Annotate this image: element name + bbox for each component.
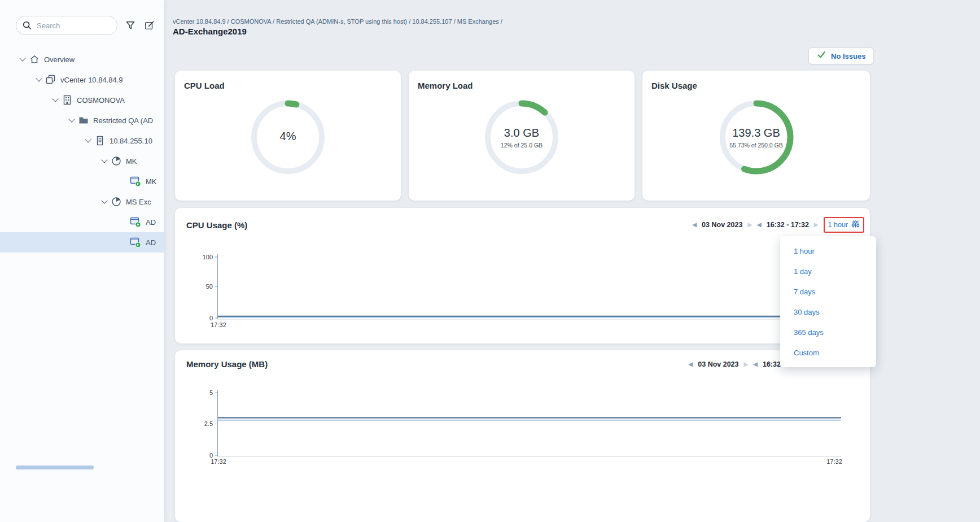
gauge-subtitle: 12% of 25.0 GB [488,142,555,149]
filter-button[interactable] [122,18,139,35]
interval-select[interactable]: 1 hour [828,220,860,230]
status-label: No Issues [831,52,865,60]
sidebar-toolbar [0,16,164,37]
menu-item-1-day[interactable]: 1 day [780,261,876,281]
breadcrumb[interactable]: vCenter 10.84.84.9 / COSMONOVA / Restric… [173,18,502,25]
compose-button[interactable] [141,18,158,35]
sidebar-item-ad-vm-2-selected[interactable]: AD [0,232,164,253]
tree-item-label: AD [146,218,156,227]
chevron-down-icon[interactable] [101,197,107,203]
vm-icon [130,176,141,187]
sidebar-item-restricted-qa[interactable]: Restricted QA (AD [0,110,164,130]
sidebar: Overview vCenter 10.84.84.9 COSMONOVA [0,0,164,522]
disk-usage-card: Disk Usage 139.3 GB 55.73% of 250.0 GB [642,71,870,201]
search-box[interactable] [16,16,117,35]
search-icon [22,20,32,31]
cpu-usage-panel: CPU Usage (%) ◀ 03 Nov 2023 ▶ ◀ 16:32 - … [175,208,870,343]
interval-label: 1 hour [828,221,848,229]
sidebar-item-host[interactable]: 10.84.255.10 [0,130,164,151]
app-window: Overview vCenter 10.84.84.9 COSMONOVA [0,0,980,522]
menu-item-7-days[interactable]: 7 days [780,281,876,302]
resource-pool-icon [111,156,121,166]
svg-text:17:32: 17:32 [826,458,842,465]
date-label: 03 Nov 2023 [698,360,738,368]
search-input[interactable] [37,21,136,30]
next-range-icon[interactable]: ▶ [814,222,819,228]
panel-title: Memory Usage (MB) [186,359,268,369]
svg-text:5: 5 [209,389,213,396]
gauge-value: 139.3 GB [723,127,790,140]
sidebar-horizontal-scrollbar[interactable] [16,466,94,469]
menu-item-365-days[interactable]: 365 days [780,322,876,342]
resource-pool-icon [111,197,121,207]
page-title: AD-Exchange2019 [173,27,247,36]
card-title: CPU Load [184,81,225,90]
prev-day-icon[interactable]: ◀ [692,222,697,228]
cpu-panel-header: CPU Usage (%) ◀ 03 Nov 2023 ▶ ◀ 16:32 - … [175,208,870,233]
sliders-icon [851,220,860,230]
svg-text:50: 50 [206,283,213,290]
edit-icon [145,20,155,33]
chevron-down-icon[interactable] [101,156,107,163]
chevron-down-icon[interactable] [36,75,42,81]
tree-item-label: Overview [44,55,75,64]
sidebar-item-overview[interactable]: Overview [0,49,164,69]
card-title: Memory Load [418,81,473,90]
chevron-down-icon[interactable] [68,116,75,122]
sidebar-item-mk-group[interactable]: MK [0,151,164,171]
date-label: 03 Nov 2023 [702,221,742,229]
check-icon [817,50,826,62]
svg-text:2.5: 2.5 [204,420,213,427]
tree-item-label: vCenter 10.84.84.9 [60,76,123,84]
memory-usage-panel: Memory Usage (MB) ◀ 03 Nov 2023 ▶ ◀ 16:3… [175,350,870,522]
interval-highlight: 1 hour [824,217,864,233]
vm-icon [130,216,141,228]
inventory-tree: Overview vCenter 10.84.84.9 COSMONOVA [0,49,164,253]
chevron-down-icon[interactable] [19,55,25,61]
gauge-subtitle: 55.73% of 250.0 GB [723,142,790,149]
gauge-value: 4% [254,130,322,143]
chevron-down-icon[interactable] [85,136,91,142]
cpu-usage-chart: 100 50 0 17:32 [175,247,870,332]
sidebar-item-cosmonova[interactable]: COSMONOVA [0,90,164,110]
prev-range-icon[interactable]: ◀ [753,362,758,367]
svg-text:0: 0 [209,315,213,321]
menu-item-1-hour[interactable]: 1 hour [780,241,876,261]
interval-dropdown-menu: 1 hour 1 day 7 days 30 days 365 days Cus… [780,236,876,367]
menu-item-30-days[interactable]: 30 days [780,302,876,322]
next-day-icon[interactable]: ▶ [744,362,749,367]
tree-item-label: MK [146,177,157,186]
datacenter-icon [62,95,72,105]
svg-text:100: 100 [203,254,213,260]
tree-item-label: 10.84.255.10 [110,137,152,145]
panel-title: CPU Usage (%) [186,220,247,230]
prev-range-icon[interactable]: ◀ [757,222,762,228]
home-icon [29,54,40,64]
vm-icon [130,237,141,248]
cpu-load-card: CPU Load 4% [175,71,401,201]
host-icon [95,136,105,146]
memory-load-card: Memory Load 3.0 GB 12% of 25.0 GB [409,71,635,201]
memory-panel-header: Memory Usage (MB) ◀ 03 Nov 2023 ▶ ◀ 16:3… [175,350,870,369]
tree-item-label: MS Exc [126,198,151,206]
no-issues-button[interactable]: No Issues [808,47,874,64]
tree-item-label: AD [146,238,156,247]
svg-text:17:32: 17:32 [211,458,226,465]
cpu-date-controls: ◀ 03 Nov 2023 ▶ ◀ 16:32 - 17:32 ▶ 1 hour [692,217,864,233]
filter-icon [125,20,135,33]
sidebar-item-vcenter[interactable]: vCenter 10.84.84.9 [0,69,164,90]
chevron-down-icon[interactable] [52,95,58,102]
gauge-value-block: 139.3 GB 55.73% of 250.0 GB [723,127,790,149]
sidebar-item-ms-exchanges[interactable]: MS Exc [0,192,164,212]
menu-item-custom[interactable]: Custom [780,342,876,363]
prev-day-icon[interactable]: ◀ [689,362,693,367]
sidebar-item-mk-vm[interactable]: MK [0,171,164,192]
tree-item-label: COSMONOVA [77,96,125,105]
sidebar-item-ad-vm-1[interactable]: AD [0,212,164,232]
time-range-label: 16:32 - 17:32 [767,221,809,229]
gauge-value-block: 3.0 GB 12% of 25.0 GB [488,127,555,149]
memory-usage-chart: 5 2.5 0 17:32 17:32 [175,376,870,466]
card-title: Disk Usage [651,81,697,90]
next-day-icon[interactable]: ▶ [747,222,752,228]
tree-item-label: Restricted QA (AD [93,116,153,125]
